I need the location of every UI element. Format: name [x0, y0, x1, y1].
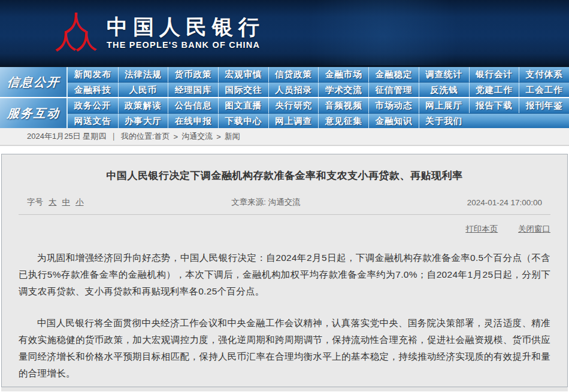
- article-datetime: 2024-01-24 17:00:00: [434, 198, 550, 207]
- svg-text:人: 人: [55, 28, 77, 53]
- meta-divider: [19, 214, 550, 215]
- nav-item-empty: [519, 113, 569, 128]
- print-row-top: 打印本页 关闭窗口: [19, 224, 550, 235]
- breadcrumb-news-link[interactable]: 新闻: [225, 131, 240, 142]
- nav-item[interactable]: 政务公开: [68, 98, 118, 113]
- nav-item[interactable]: 反洗钱: [419, 82, 469, 97]
- nav-item[interactable]: 政策解读: [118, 98, 168, 113]
- nav-item[interactable]: 金融稳定: [368, 67, 419, 82]
- svg-text:人: 人: [75, 28, 97, 53]
- current-date: 2024年1月25日 星期四: [27, 131, 106, 142]
- nav-item[interactable]: 新闻发布: [68, 67, 118, 82]
- nav-item[interactable]: 网送文告: [68, 113, 118, 128]
- font-size-medium-link[interactable]: 中: [62, 197, 71, 208]
- nav-section-info-disclosure: 信息公开 新闻发布法律法规货币政策宏观审慎信贷政策金融市场金融稳定调查统计银行会…: [0, 67, 569, 97]
- breadcrumb-location-label: 我的位置:: [121, 131, 155, 142]
- nav-item[interactable]: 在线申报: [168, 113, 218, 128]
- nav-item[interactable]: 金融知识: [368, 113, 419, 128]
- breadcrumb-pipe: ｜: [110, 131, 117, 142]
- nav-item[interactable]: 信贷政策: [268, 67, 319, 82]
- nav-item[interactable]: 关于我们: [419, 113, 469, 128]
- nav-item[interactable]: 党建工作: [469, 82, 519, 97]
- main-navigation: 信息公开 新闻发布法律法规货币政策宏观审慎信贷政策金融市场金融稳定调查统计银行会…: [0, 67, 569, 128]
- sidebar-item-service-interaction[interactable]: 服务互动: [0, 98, 68, 128]
- article-meta-row: 字号 大 中 小 文章来源: 沟通交流 2024-01-24 17:00:00: [19, 197, 550, 208]
- article-body: 为巩固和增强经济回升向好态势，中国人民银行决定：自2024年2月5日起，下调金融…: [19, 250, 550, 382]
- nav-item[interactable]: 公告信息: [168, 98, 218, 113]
- sidebar-item-label: 信息公开: [6, 74, 60, 90]
- site-header: 人 人 人 中国人民银行 THE PEOPLE'S BANK OF CHINA: [0, 0, 569, 67]
- breadcrumb: 2024年1月25日 星期四 ｜ 我的位置: 首页 > 沟通交流 > 新闻: [0, 128, 569, 146]
- nav-item[interactable]: 央行研究: [268, 98, 319, 113]
- article-paragraph: 为巩固和增强经济回升向好态势，中国人民银行决定：自2024年2月5日起，下调金融…: [19, 250, 550, 300]
- nav-item-empty: [469, 113, 519, 128]
- nav-item[interactable]: 金融市场: [318, 67, 368, 82]
- nav-item[interactable]: 报刊年鉴: [519, 98, 569, 113]
- nav-item[interactable]: 意见征集: [318, 113, 368, 128]
- breadcrumb-separator: >: [216, 132, 221, 141]
- font-size-large-link[interactable]: 大: [49, 197, 57, 208]
- nav-menu-grid: 政务公开政策解读公告信息图文直播央行研究音频视频市场动态网上展厅报告下载报刊年鉴…: [68, 98, 569, 128]
- article-title: 中国人民银行决定下调金融机构存款准备金率和支农支小再贷款、再贴现利率: [19, 169, 550, 183]
- nav-item[interactable]: 音频视频: [318, 98, 368, 113]
- nav-item[interactable]: 征信管理: [368, 82, 419, 97]
- font-size-label: 字号: [27, 197, 43, 208]
- nav-item[interactable]: 银行会计: [469, 67, 519, 82]
- nav-section-service-interaction: 服务互动 政务公开政策解读公告信息图文直播央行研究音频视频市场动态网上展厅报告下…: [0, 98, 569, 128]
- font-size-small-link[interactable]: 小: [75, 197, 84, 208]
- spacer: [0, 146, 569, 154]
- close-window-link[interactable]: 关闭窗口: [518, 224, 550, 233]
- nav-item[interactable]: 法律法规: [118, 67, 168, 82]
- nav-item[interactable]: 报告下载: [469, 98, 519, 113]
- font-size-controls: 字号 大 中 小: [19, 197, 231, 208]
- nav-item[interactable]: 办事大厅: [118, 113, 168, 128]
- article-paragraph: 中国人民银行将全面贯彻中央经济工作会议和中央金融工作会议精神，认真落实党中央、国…: [19, 315, 550, 382]
- sidebar-item-info-disclosure[interactable]: 信息公开: [0, 67, 68, 97]
- nav-menu-grid: 新闻发布法律法规货币政策宏观审慎信贷政策金融市场金融稳定调查统计银行会计支付体系…: [68, 67, 569, 97]
- nav-item[interactable]: 支付体系: [519, 67, 569, 82]
- spacer: [1, 387, 568, 391]
- bank-logo[interactable]: 人 人 人 中国人民银行 THE PEOPLE'S BANK OF CHINA: [54, 11, 265, 55]
- nav-item[interactable]: 市场动态: [368, 98, 419, 113]
- bank-name-cn: 中国人民银行: [107, 16, 265, 39]
- sidebar-item-label: 服务互动: [6, 105, 60, 121]
- article-source: 文章来源: 沟通交流: [231, 197, 433, 208]
- breadcrumb-channel-link[interactable]: 沟通交流: [181, 131, 213, 142]
- nav-item[interactable]: 人员招录: [268, 82, 319, 97]
- breadcrumb-separator: >: [174, 132, 178, 141]
- nav-item[interactable]: 下载中心: [218, 113, 268, 128]
- nav-item[interactable]: 网上调查: [268, 113, 319, 128]
- nav-item[interactable]: 人民币: [118, 82, 168, 97]
- nav-item[interactable]: 经理国库: [168, 82, 218, 97]
- nav-item[interactable]: 工会工作: [519, 82, 569, 97]
- nav-item[interactable]: 图文直播: [218, 98, 268, 113]
- nav-item[interactable]: 宏观审慎: [218, 67, 268, 82]
- breadcrumb-home-link[interactable]: 首页: [155, 131, 170, 142]
- nav-item[interactable]: 调查统计: [419, 67, 469, 82]
- print-page-link[interactable]: 打印本页: [465, 224, 498, 233]
- article-panel: 中国人民银行决定下调金融机构存款准备金率和支农支小再贷款、再贴现利率 字号 大 …: [1, 154, 568, 387]
- nav-item[interactable]: 网上展厅: [419, 98, 469, 113]
- nav-item[interactable]: 货币政策: [168, 67, 218, 82]
- nav-item[interactable]: 学术交流: [318, 82, 368, 97]
- bank-name-en: THE PEOPLE'S BANK OF CHINA: [107, 40, 265, 50]
- pboc-emblem-icon: 人 人 人: [54, 11, 98, 55]
- nav-item[interactable]: 金融科技: [68, 82, 118, 97]
- nav-item[interactable]: 国际交往: [218, 82, 268, 97]
